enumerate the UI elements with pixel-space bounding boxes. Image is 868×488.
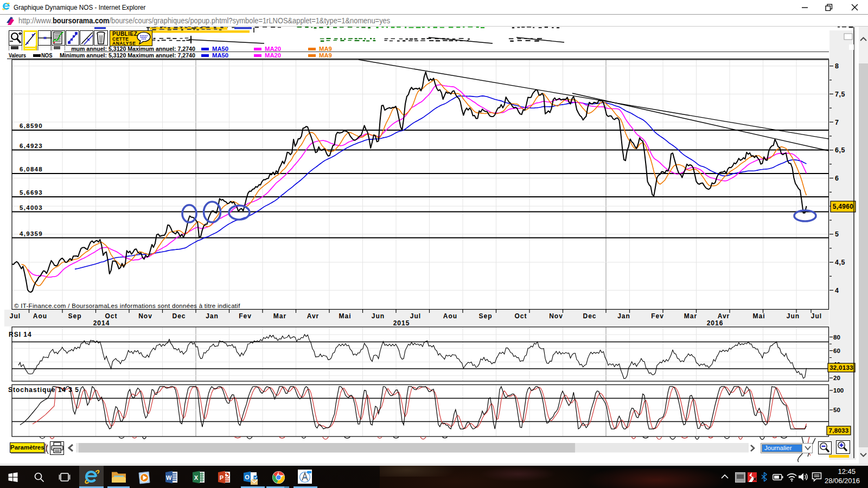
svg-text:P: P (220, 474, 224, 481)
svg-text:Nov: Nov (138, 312, 152, 320)
svg-text:6,8590: 6,8590 (20, 123, 43, 129)
svg-text:Mar: Mar (684, 312, 697, 320)
svg-text:60: 60 (833, 348, 840, 354)
svg-text:4,5: 4,5 (835, 259, 845, 266)
svg-text:Fev: Fev (651, 312, 664, 320)
svg-text:Oct: Oct (105, 312, 117, 320)
svg-text:6,0848: 6,0848 (20, 166, 43, 172)
svg-text:5,4960: 5,4960 (833, 203, 854, 210)
svg-text:Fev: Fev (239, 312, 252, 320)
svg-text:5: 5 (835, 230, 839, 238)
svg-text:Jun: Jun (787, 312, 800, 320)
svg-text:Dec: Dec (172, 312, 186, 320)
svg-text:W: W (166, 474, 172, 481)
svg-text:6: 6 (835, 175, 839, 182)
svg-text:Mai: Mai (752, 312, 765, 320)
svg-text:Avr: Avr (718, 312, 730, 320)
svg-text:Nov: Nov (549, 312, 563, 320)
svg-text:X: X (194, 474, 199, 481)
svg-text:50: 50 (833, 407, 840, 413)
svg-text:2015: 2015 (393, 319, 410, 327)
svg-text:Jul: Jul (410, 312, 421, 320)
svg-text:100: 100 (833, 387, 844, 394)
svg-text:6,5: 6,5 (835, 146, 845, 154)
svg-text:O: O (245, 474, 250, 480)
svg-text:5,4003: 5,4003 (20, 204, 43, 211)
svg-text:Oct: Oct (514, 312, 527, 320)
svg-text:Stochastique 14 3 5: Stochastique 14 3 5 (8, 386, 79, 394)
svg-text:Aou: Aou (443, 312, 457, 320)
svg-text:5,6693: 5,6693 (20, 189, 43, 196)
svg-text:Jul: Jul (811, 312, 822, 320)
svg-text:7,8033: 7,8033 (829, 427, 849, 434)
svg-text:Mai: Mai (339, 312, 351, 320)
svg-text:Avr: Avr (307, 312, 320, 320)
svg-text:4: 4 (835, 287, 839, 294)
svg-text:32,0133: 32,0133 (829, 364, 853, 371)
svg-text:7,5: 7,5 (835, 91, 845, 98)
svg-text:6,4923: 6,4923 (20, 143, 43, 149)
svg-text:Aou: Aou (33, 312, 47, 320)
svg-text:8: 8 (835, 62, 839, 70)
svg-text:Jan: Jan (206, 312, 219, 320)
svg-text:Jun: Jun (372, 312, 385, 320)
svg-text:Mar: Mar (273, 312, 286, 320)
svg-text:Dec: Dec (583, 312, 596, 320)
svg-text:2014: 2014 (93, 319, 110, 327)
svg-text:4,9359: 4,9359 (20, 230, 43, 237)
svg-text:© IT-Finance.com / BoursoramaL: © IT-Finance.com / BoursoramaLes informa… (14, 303, 240, 309)
svg-text:RSI 14: RSI 14 (9, 331, 32, 338)
svg-text:Jan: Jan (617, 312, 630, 320)
svg-text:7: 7 (835, 119, 839, 126)
svg-text:Jul: Jul (10, 312, 21, 320)
svg-text:80: 80 (833, 334, 840, 341)
svg-text:20: 20 (833, 375, 840, 381)
svg-text:2016: 2016 (707, 319, 724, 327)
svg-text:Sep: Sep (68, 312, 81, 320)
svg-text:Sep: Sep (478, 312, 492, 320)
